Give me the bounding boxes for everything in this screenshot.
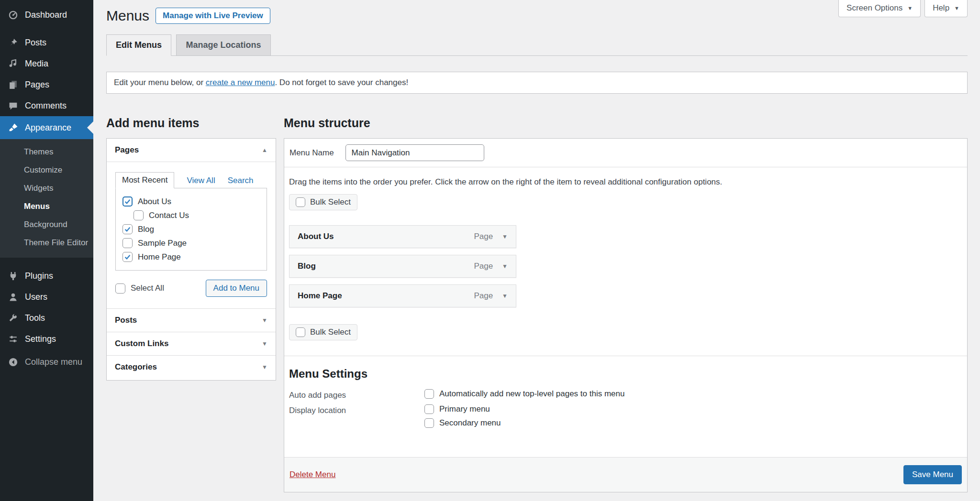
admin-content: Screen Options ▼ Help ▼ Menus Manage wit… (93, 0, 980, 501)
select-all-label: Select All (131, 283, 164, 293)
page-title-row: Menus Manage with Live Preview (106, 8, 270, 24)
page-title: Menus (106, 8, 149, 24)
submenu-item-themes[interactable]: Themes (0, 143, 93, 161)
notice-text-after: . Do not forget to save your changes! (275, 78, 408, 87)
delete-menu-link[interactable]: Delete Menu (290, 470, 335, 479)
checkbox-unchecked[interactable] (424, 404, 434, 414)
tab-most-recent[interactable]: Most Recent (115, 172, 174, 188)
auto-add-pages-option-label: Automatically add new top-level pages to… (439, 389, 624, 399)
checkbox-unchecked[interactable] (424, 418, 434, 428)
bulk-select-toggle-bottom[interactable]: Bulk Select (289, 324, 357, 340)
menu-item-about-us[interactable]: About Us Page ▼ (289, 225, 516, 248)
menu-item-type: Page (474, 232, 493, 241)
checkbox-checked[interactable] (122, 252, 133, 262)
tab-manage-locations[interactable]: Manage Locations (176, 34, 270, 56)
add-menu-items-heading: Add menu items (106, 116, 199, 130)
sidebar-item-appearance[interactable]: Appearance (0, 116, 93, 139)
checklist-item-label: Sample Page (138, 239, 187, 248)
accordion-section-posts-header[interactable]: Posts ▼ (107, 309, 276, 332)
menu-item-blog[interactable]: Blog Page ▼ (289, 255, 516, 278)
sidebar-collapse-menu[interactable]: Collapse menu (0, 351, 93, 372)
chevron-down-icon: ▼ (262, 317, 267, 324)
checklist-item-blog[interactable]: Blog (122, 222, 260, 236)
create-new-menu-link[interactable]: create a new menu (206, 78, 275, 87)
admin-sidebar: Dashboard Posts Media Pages Comments App… (0, 0, 93, 501)
item-expand-arrow-icon[interactable]: ▼ (502, 233, 508, 240)
accordion-section-categories-header[interactable]: Categories ▼ (107, 356, 276, 380)
sidebar-item-media[interactable]: Media (0, 53, 93, 74)
sidebar-item-label: Settings (25, 334, 56, 344)
checkbox-unchecked[interactable] (296, 327, 305, 337)
checklist-item-sample-page[interactable]: Sample Page (122, 236, 260, 250)
posts-section-title: Posts (115, 316, 137, 325)
checklist-item-contact-us[interactable]: Contact Us (122, 208, 260, 222)
dashboard-icon (7, 10, 19, 20)
sidebar-item-label: Appearance (25, 123, 71, 133)
chevron-down-icon: ▼ (262, 364, 267, 370)
menu-name-input[interactable] (345, 144, 484, 161)
menu-settings-divider (284, 356, 967, 356)
sidebar-item-label: Posts (25, 38, 46, 48)
submenu-item-menus[interactable]: Menus (0, 197, 93, 216)
menu-item-title: Blog (298, 261, 474, 271)
checkbox-unchecked[interactable] (122, 238, 133, 248)
item-expand-arrow-icon[interactable]: ▼ (502, 293, 508, 299)
accordion-section-pages-header[interactable]: Pages ▲ (107, 139, 276, 162)
sidebar-item-pages[interactable]: Pages (0, 74, 93, 95)
menu-structure-footer: Delete Menu Save Menu (284, 457, 967, 492)
sidebar-item-label: Plugins (25, 271, 53, 281)
select-all-control[interactable]: Select All (115, 283, 164, 294)
checkbox-checked[interactable] (122, 224, 133, 234)
appearance-submenu: Themes Customize Widgets Menus Backgroun… (0, 139, 93, 258)
primary-menu-option-label: Primary menu (439, 404, 490, 414)
sidebar-item-comments[interactable]: Comments (0, 95, 93, 116)
bulk-select-toggle-top[interactable]: Bulk Select (289, 194, 357, 210)
tab-search[interactable]: Search (228, 173, 254, 188)
checkbox-unchecked[interactable] (115, 283, 125, 294)
chevron-down-icon: ▼ (907, 5, 913, 11)
display-location-row: Display location Primary menu Secondary … (289, 404, 962, 428)
submenu-item-background[interactable]: Background (0, 216, 93, 234)
submenu-item-widgets[interactable]: Widgets (0, 179, 93, 197)
bulk-select-label: Bulk Select (310, 327, 351, 337)
submenu-item-theme-file-editor[interactable]: Theme File Editor (0, 234, 93, 252)
help-toggle[interactable]: Help ▼ (924, 0, 968, 17)
checkbox-unchecked[interactable] (296, 197, 305, 207)
item-expand-arrow-icon[interactable]: ▼ (502, 263, 508, 270)
accordion-section-custom-links-header[interactable]: Custom Links ▼ (107, 332, 276, 355)
add-menu-items-panel: Pages ▲ Most Recent View All Search Abou… (106, 138, 276, 381)
auto-add-pages-option[interactable]: Automatically add new top-level pages to… (424, 389, 624, 399)
save-menu-button[interactable]: Save Menu (903, 465, 962, 484)
primary-menu-option[interactable]: Primary menu (424, 404, 501, 414)
checklist-item-home-page[interactable]: Home Page (122, 250, 260, 264)
manage-with-live-preview-button[interactable]: Manage with Live Preview (156, 8, 270, 24)
sliders-icon (7, 334, 19, 344)
menu-item-type: Page (474, 261, 493, 271)
tab-view-all[interactable]: View All (187, 173, 215, 188)
pushpin-icon (7, 37, 19, 48)
submenu-item-customize[interactable]: Customize (0, 161, 93, 179)
checkbox-unchecked[interactable] (134, 210, 144, 220)
sidebar-item-posts[interactable]: Posts (0, 32, 93, 53)
screen-options-toggle[interactable]: Screen Options ▼ (838, 0, 921, 17)
sidebar-item-tools[interactable]: Tools (0, 307, 93, 328)
sidebar-item-settings[interactable]: Settings (0, 328, 93, 349)
auto-add-pages-options: Automatically add new top-level pages to… (424, 389, 624, 400)
sidebar-item-label: Comments (25, 101, 67, 111)
checkbox-checked[interactable] (122, 196, 133, 207)
tab-edit-menus[interactable]: Edit Menus (106, 34, 171, 56)
menu-settings-heading: Menu Settings (289, 367, 962, 381)
sidebar-item-users[interactable]: Users (0, 286, 93, 307)
add-to-menu-button[interactable]: Add to Menu (206, 280, 267, 297)
sidebar-item-dashboard[interactable]: Dashboard (0, 0, 93, 25)
checklist-item-about-us[interactable]: About Us (122, 195, 260, 208)
menu-structure-heading: Menu structure (284, 116, 370, 130)
sidebar-item-label: Users (25, 292, 47, 302)
bulk-select-label: Bulk Select (310, 197, 351, 207)
sidebar-item-plugins[interactable]: Plugins (0, 265, 93, 286)
checkbox-unchecked[interactable] (424, 389, 434, 399)
checklist-item-label: Blog (138, 225, 154, 234)
drag-instructions: Drag the items into the order you prefer… (289, 177, 962, 187)
secondary-menu-option[interactable]: Secondary menu (424, 418, 501, 428)
menu-item-home-page[interactable]: Home Page Page ▼ (289, 284, 516, 307)
